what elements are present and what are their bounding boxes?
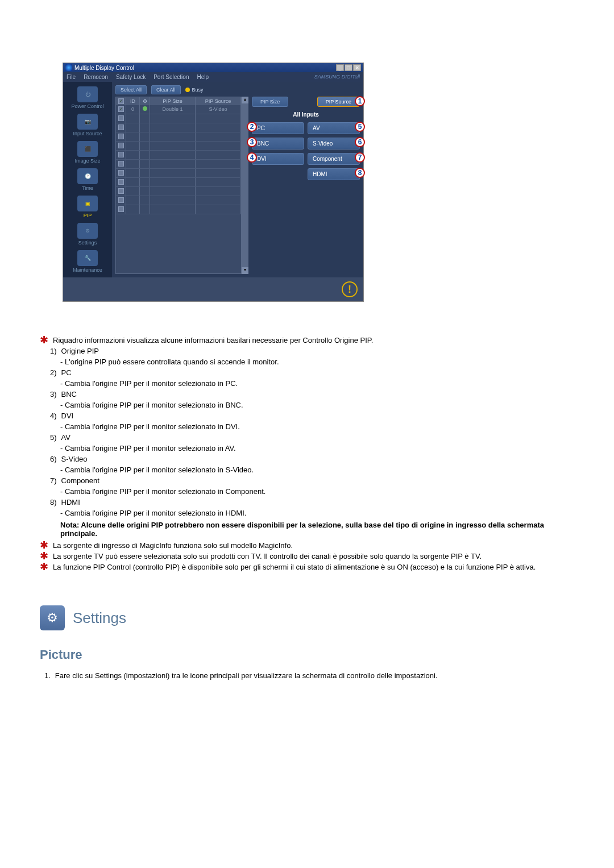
callout-3: 3 — [247, 137, 257, 147]
input-bnc[interactable]: BNC 3 — [252, 138, 304, 149]
settings-title: Settings — [73, 609, 126, 627]
table-row[interactable] — [116, 187, 241, 196]
sidebar-item-pip[interactable]: ▣ PIP — [65, 196, 110, 218]
sidebar-item-settings[interactable]: ⚙ Settings — [65, 223, 110, 246]
item-desc: - Cambia l'origine PIP per il monitor se… — [60, 466, 574, 474]
table-row[interactable]: 0 Double 1 S-Video — [116, 105, 241, 114]
star-text: La funzione PIP Control (controllo PIP) … — [53, 563, 536, 571]
pip-source-button[interactable]: PIP Source 1 — [317, 97, 360, 107]
item-desc: - Cambia l'origine PIP per il monitor se… — [60, 444, 574, 452]
row-checkbox[interactable] — [118, 206, 124, 212]
item-num: 5) — [50, 433, 57, 442]
table-row[interactable] — [116, 205, 241, 214]
header-checkbox[interactable] — [118, 98, 124, 104]
input-icon: 📷 — [77, 114, 98, 130]
menu-help[interactable]: Help — [197, 74, 209, 80]
row-checkbox[interactable] — [118, 124, 124, 130]
item-desc: - L'origine PIP può essere controllata q… — [60, 358, 574, 366]
settings-heading: ⚙ Settings — [40, 605, 574, 630]
close-button[interactable]: ✕ — [353, 64, 361, 71]
row-pip-source: S-Video — [196, 105, 241, 114]
sidebar-item-input-source[interactable]: 📷 Input Source — [65, 114, 110, 136]
input-svideo[interactable]: S-Video 6 — [308, 138, 360, 149]
sidebar-item-power-control[interactable]: ⏻ Power Control — [65, 86, 110, 109]
picture-heading: Picture — [40, 647, 574, 662]
picture-item-text: Fare clic su Settings (impostazioni) tra… — [55, 671, 438, 680]
item-title: DVI — [61, 412, 74, 420]
clear-all-button[interactable]: Clear All — [151, 85, 181, 94]
item-title: Component — [61, 476, 99, 485]
table-row[interactable] — [116, 114, 241, 123]
busy-label: Busy — [192, 87, 204, 93]
input-pc[interactable]: PC 2 — [252, 122, 304, 134]
table-row[interactable] — [116, 151, 241, 160]
minimize-button[interactable]: _ — [336, 64, 344, 71]
callout-6: 6 — [355, 137, 365, 147]
row-checkbox[interactable] — [118, 179, 124, 185]
input-component[interactable]: Component 7 — [308, 153, 360, 165]
sidebar-label: Power Control — [65, 103, 110, 109]
row-checkbox[interactable] — [118, 115, 124, 121]
table-row[interactable] — [116, 123, 241, 132]
star-icon: ✱ — [40, 541, 48, 549]
col-pip-size: PIP Size — [150, 97, 196, 105]
maintenance-icon: 🔧 — [77, 250, 98, 266]
picture-item: 1. Fare clic su Settings (impostazioni) … — [44, 671, 580, 680]
item-desc: - Cambia l'origine PIP per il monitor se… — [60, 401, 574, 409]
table-row[interactable] — [116, 160, 241, 169]
select-all-button[interactable]: Select All — [115, 85, 147, 94]
sidebar-label: Input Source — [65, 131, 110, 136]
callout-2: 2 — [247, 122, 257, 132]
table-row[interactable] — [116, 178, 241, 187]
item-desc: - Cambia l'origine PIP per il monitor se… — [60, 487, 574, 496]
sidebar-item-maintenance[interactable]: 🔧 Maintenance — [65, 250, 110, 273]
callout-5: 5 — [355, 122, 365, 132]
table-row[interactable] — [116, 132, 241, 142]
input-hdmi[interactable]: HDMI 8 — [308, 168, 360, 180]
sidebar-item-image-size[interactable]: ⬛ Image Size — [65, 141, 110, 164]
col-status-icon: ⚙ — [140, 97, 150, 105]
size-icon: ⬛ — [77, 141, 98, 157]
settings-icon: ⚙ — [40, 605, 65, 630]
pip-size-button[interactable]: PIP Size — [252, 97, 288, 107]
item-title: AV — [61, 433, 70, 442]
callout-4: 4 — [247, 152, 257, 163]
row-checkbox[interactable] — [118, 197, 124, 203]
pip-icon: ▣ — [77, 196, 98, 211]
row-checkbox[interactable] — [118, 106, 124, 112]
picture-item-num: 1. — [44, 671, 51, 680]
row-checkbox[interactable] — [118, 170, 124, 176]
app-icon — [65, 64, 72, 71]
item-desc: - Cambia l'origine PIP per il monitor se… — [60, 509, 574, 517]
callout-1: 1 — [355, 96, 365, 106]
menu-port-selection[interactable]: Port Selection — [154, 74, 189, 80]
row-checkbox[interactable] — [118, 152, 124, 157]
menu-safety-lock[interactable]: Safety Lock — [116, 74, 146, 80]
row-checkbox[interactable] — [118, 143, 124, 148]
menu-remocon[interactable]: Remocon — [84, 74, 108, 80]
item-num: 8) — [50, 498, 57, 506]
sidebar-label: Settings — [65, 240, 110, 246]
scroll-up-icon[interactable]: ▴ — [242, 97, 248, 103]
table-row[interactable] — [116, 142, 241, 151]
titlebar: Multiple Display Control _ □ ✕ — [63, 63, 363, 72]
statusbar: ! — [63, 277, 363, 301]
menu-file[interactable]: File — [67, 74, 76, 80]
sidebar-label: Time — [65, 185, 110, 191]
sidebar-item-time[interactable]: 🕐 Time — [65, 168, 110, 191]
table-row[interactable] — [116, 169, 241, 178]
row-checkbox[interactable] — [118, 188, 124, 194]
settings-icon: ⚙ — [77, 223, 98, 239]
input-dvi[interactable]: DVI 4 — [252, 153, 304, 165]
window-title: Multiple Display Control — [74, 65, 134, 71]
row-checkbox[interactable] — [118, 161, 124, 167]
maximize-button[interactable]: □ — [345, 64, 352, 71]
time-icon: 🕐 — [77, 168, 98, 184]
item-num: 6) — [50, 455, 57, 463]
input-av[interactable]: AV 5 — [308, 122, 360, 134]
table-row[interactable] — [116, 196, 241, 205]
menubar: File Remocon Safety Lock Port Selection … — [63, 72, 363, 82]
scroll-down-icon[interactable]: ▾ — [242, 267, 248, 274]
row-checkbox[interactable] — [118, 134, 124, 139]
window-controls: _ □ ✕ — [336, 64, 361, 71]
